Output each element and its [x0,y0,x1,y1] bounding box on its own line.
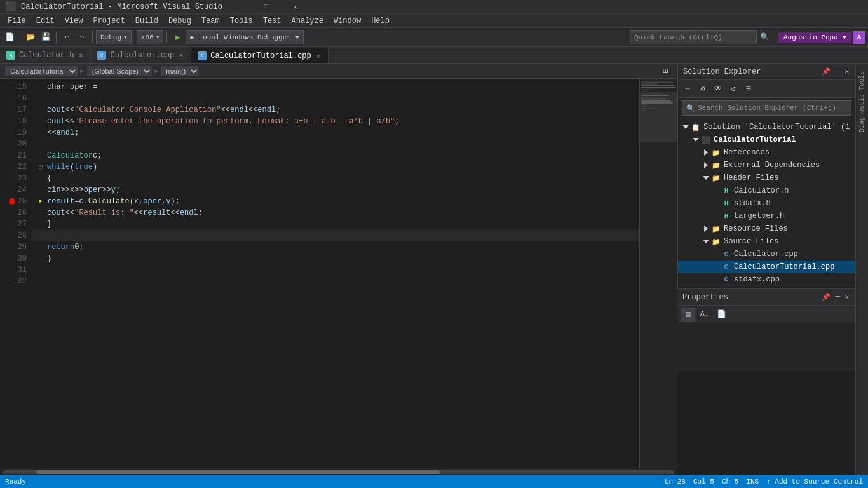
tab-close-2[interactable]: ✕ [315,51,322,60]
se-sync-button[interactable]: ↔ [681,82,695,96]
menu-item-test[interactable]: Test [258,14,287,28]
se-item-icon-2: 📁 [711,147,721,158]
new-project-button[interactable]: 📄 [3,30,17,44]
se-expand-icon-8[interactable] [701,224,711,234]
menu-item-build[interactable]: Build [130,14,163,28]
code-line-15: char oper = [32,81,639,93]
tab-calculatortutorial-cpp[interactable]: CCalculatorTutorial.cpp✕ [191,48,328,63]
code-token: x [134,197,139,206]
properties-title: Properties [682,293,728,302]
menu-item-tools[interactable]: Tools [225,14,258,28]
line-num-21: 21 [0,150,32,161]
main-area: CalculatorTutorial ▶ (Global Scope) ▶ ma… [0,64,868,475]
se-tree-item-7[interactable]: Htargetver.h [678,210,855,222]
tab-calculator-cpp[interactable]: CCalculator.cpp✕ [91,48,191,63]
save-all-button[interactable]: 💾 [39,30,53,44]
tab-icon-2: C [198,51,207,60]
configuration-dropdown[interactable]: Debug ▼ [96,30,132,44]
se-expand-icon-12[interactable] [711,274,721,285]
se-expand-icon-11[interactable] [711,262,721,272]
se-item-label-4: Header Files [724,173,778,182]
open-button[interactable]: 📂 [24,30,37,44]
menu-item-edit[interactable]: Edit [31,14,60,28]
se-expand-icon-2[interactable] [701,147,711,158]
hscrollbar[interactable] [0,468,677,475]
menu-item-file[interactable]: File [3,14,31,28]
se-tree-item-12[interactable]: Cstdafx.cpp [678,273,855,286]
exec-arrow-icon: ➤ [38,197,43,207]
line-num-29: 29 [0,241,32,253]
se-show-all-button[interactable]: 👁 [711,82,725,96]
code-token: , [161,197,166,206]
se-tree-item-4[interactable]: 📁Header Files [678,172,855,184]
se-tree-item-3[interactable]: 📁External Dependencies [678,159,855,172]
tab-close-1[interactable]: ✕ [178,51,184,60]
se-pin-icon[interactable]: 📌 [820,66,832,77]
member-breadcrumb-select[interactable]: main() [161,66,199,76]
menu-item-view[interactable]: View [60,14,88,28]
se-tree-item-9[interactable]: 📁Source Files [678,235,855,248]
code-token: 0 [74,243,79,252]
config-arrow-icon: ▼ [124,34,127,40]
collapse-icon[interactable]: ⊟ [39,163,43,171]
prop-unpin-icon[interactable]: ─ [834,292,841,302]
se-expand-icon-4[interactable] [701,173,711,183]
se-tree-item-0[interactable]: 📋Solution 'CalculatorTutorial' (1 projec… [678,121,855,133]
quick-launch[interactable]: Quick Launch (Ctrl+Q) [630,30,757,44]
search-icon[interactable]: 🔍 [758,30,772,44]
code-token: cin [47,186,61,194]
se-expand-icon-0[interactable] [681,122,691,132]
line-num-19: 19 [0,127,32,139]
run-dropdown[interactable]: ▶ Local Windows Debugger ▼ [186,30,304,44]
line-num-24: 24 [0,184,32,196]
statusbar-ins: INS [746,478,759,485]
prop-categorized-button[interactable]: ▤ [681,308,695,322]
se-tree-item-8[interactable]: 📁Resource Files [678,222,855,235]
se-expand-icon-10[interactable] [711,249,721,259]
se-expand-icon-7[interactable] [711,211,721,221]
se-tree-item-5[interactable]: HCalculator.h [678,184,855,197]
se-tree-item-11[interactable]: CCalculatorTutorial.cpp [678,261,855,273]
code-content[interactable]: char oper = cout << "Calculator Console … [32,79,639,468]
statusbar-source-control[interactable]: ↑ Add to Source Control [766,478,863,485]
se-expand-icon-5[interactable] [711,186,721,196]
run-button[interactable]: ▶ [170,30,184,44]
scope-breadcrumb-select[interactable]: (Global Scope) [87,66,152,76]
close-button[interactable]: ✕ [281,0,310,14]
menu-item-team[interactable]: Team [196,14,225,28]
redo-button[interactable]: ↪ [75,30,89,44]
project-breadcrumb-select[interactable]: CalculatorTutorial [5,66,78,76]
menu-item-help[interactable]: Help [366,14,395,28]
minimize-button[interactable]: ─ [222,0,252,14]
tab-close-0[interactable]: ✕ [78,51,84,60]
prop-pages-button[interactable]: 📄 [714,308,728,322]
se-tree-item-6[interactable]: Hstdafx.h [678,197,855,210]
tab-calculator-h[interactable]: HCalculator.h✕ [0,48,91,63]
menu-item-debug[interactable]: Debug [163,14,196,28]
prop-alphabetical-button[interactable]: A↓ [698,308,712,322]
se-properties-button[interactable]: ⚙ [696,82,710,96]
se-expand-icon-1[interactable] [691,135,701,145]
se-tree-item-10[interactable]: CCalculator.cpp [678,248,855,261]
diagnostic-tools-tab[interactable]: Diagnostic Tools [857,66,867,137]
maximize-button[interactable]: □ [252,0,281,14]
se-close-icon[interactable]: ✕ [843,66,850,77]
se-expand-icon-9[interactable] [701,236,711,247]
undo-button[interactable]: ↩ [60,30,74,44]
se-tree-item-1[interactable]: ⬛CalculatorTutorial [678,133,855,146]
menu-item-project[interactable]: Project [88,14,130,28]
se-collapse-button[interactable]: ⊟ [742,82,756,96]
se-tree-item-2[interactable]: 📁References [678,146,855,159]
platform-dropdown[interactable]: x86 ▼ [137,30,164,44]
prop-close-icon[interactable]: ✕ [843,292,850,302]
se-expand-icon-6[interactable] [711,198,721,208]
prop-pin-icon[interactable]: 📌 [820,292,832,302]
menu-item-window[interactable]: Window [329,14,366,28]
se-refresh-button[interactable]: ↺ [726,82,740,96]
se-search-box[interactable]: 🔍 Search Solution Explorer (Ctrl+;) [682,100,851,116]
menu-item-analyze[interactable]: Analyze [287,14,329,28]
se-unpin-icon[interactable]: ─ [834,66,841,77]
se-expand-icon-3[interactable] [701,160,711,170]
split-editor-button[interactable]: ⊞ [658,64,672,78]
user-account[interactable]: Augustin Popa ▼ [778,32,851,43]
